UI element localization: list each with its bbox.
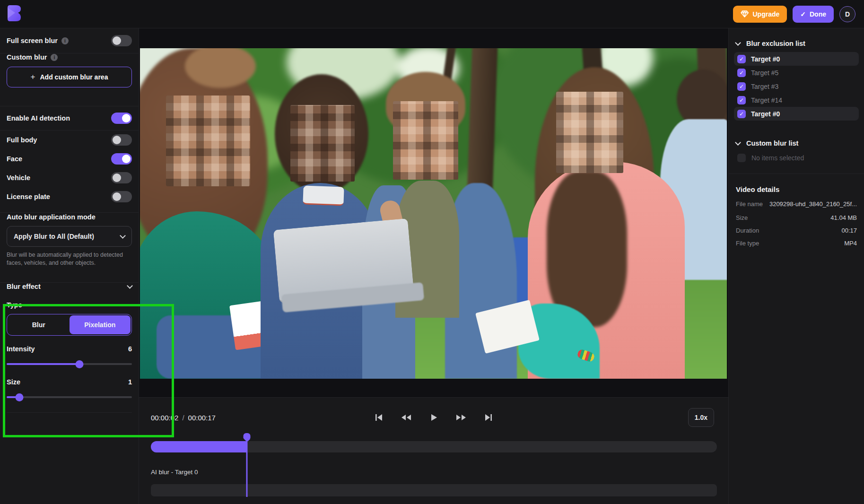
check-icon: ✓ [800,10,806,18]
intensity-label: Intensity [7,345,35,353]
skip-to-end-button[interactable] [483,412,494,423]
toggle-knob [113,174,121,182]
transport-controls [373,412,494,423]
blur-exclusion-list: ✓ Target #0 ✓ Target #5 ✓ Target #3 ✓ Ta… [729,52,864,121]
blur-type-label: Type [7,301,22,309]
intensity-slider[interactable] [7,360,132,368]
vehicle-label: Vehicle [7,174,30,182]
slider-track[interactable] [7,396,132,398]
face-row: Face [7,149,132,168]
auto-blur-mode-value: Apply Blur to All (Default) [14,233,94,240]
pixelated-face [556,92,623,173]
avatar[interactable]: D [839,6,855,22]
play-button[interactable] [428,412,439,423]
blur-type-option-blur[interactable]: Blur [8,315,70,334]
exclusion-item[interactable]: ✓ Target #14 [734,93,859,107]
full-screen-blur-label: Full screen blur [7,37,58,44]
exclusion-item[interactable]: ✓ Target #5 [734,66,859,79]
vehicle-toggle[interactable] [111,172,132,183]
detection-toggles-section: Full body Face Vehicle License plate [0,130,139,213]
detail-row: Size 41.04 MB [736,214,857,222]
video-preview[interactable] [140,48,727,379]
custom-blur-section: Custom blur i + Add custom blur area [0,53,139,106]
skip-to-start-button[interactable] [373,412,384,423]
ai-blur-track[interactable] [151,484,717,496]
play-icon [429,413,438,422]
video-stage [139,28,728,397]
add-custom-blur-area-label: Add custom blur area [40,73,108,81]
toggle-knob [113,36,121,45]
detail-value: 3209298-uhd_3840_2160_25f... [767,200,857,208]
playhead-handle[interactable] [244,433,251,439]
app-logo[interactable] [7,5,21,24]
enable-ai-detection-toggle[interactable] [111,113,132,124]
blur-exclusion-list-header[interactable]: Blur exclusion list [729,40,864,47]
size-slider[interactable] [7,393,132,401]
video-details-rows: File name 3209298-uhd_3840_2160_25f... S… [729,200,864,247]
toggle-knob [113,192,121,201]
full-body-row: Full body [7,130,132,149]
slider-fill [7,363,79,365]
top-bar: Upgrade ✓ Done D [0,0,864,28]
full-screen-blur-toggle[interactable] [111,35,132,46]
rewind-button[interactable] [401,412,412,423]
custom-blur-list-title: Custom blur list [746,139,798,147]
exclusion-item[interactable]: ✓ Target #3 [734,79,859,93]
checkbox-checked[interactable]: ✓ [737,55,746,63]
face-toggle[interactable] [111,153,132,165]
timeline-progress-bar[interactable] [151,441,717,452]
checkbox-checked[interactable]: ✓ [737,110,746,118]
exclusion-item[interactable]: ✓ Target #0 [734,52,859,66]
custom-blur-empty-row: No items selected [729,154,864,162]
speed-value: 1.0x [695,414,707,421]
auto-blur-mode-label: Auto blur application mode [7,213,96,221]
blur-effect-header-row[interactable]: Blur effect [7,283,132,290]
auto-blur-mode-select[interactable]: Apply Blur to All (Default) [7,226,132,247]
checkbox-disabled [737,154,746,162]
intensity-value: 6 [128,345,132,353]
playback-speed-button[interactable]: 1.0x [688,408,714,427]
logo-icon [7,5,21,22]
license-plate-toggle[interactable] [111,191,132,202]
done-button[interactable]: ✓ Done [793,6,834,23]
rewind-icon [401,413,412,422]
blur-type-option-pixelation[interactable]: Pixelation [70,315,131,334]
pixelated-face [290,105,355,182]
chevron-down-icon [735,139,741,146]
detail-row: Duration 00:17 [736,226,857,235]
toggle-knob [122,114,131,122]
main-area: 00:00:02 / 00:00:17 1.0x [139,28,728,504]
exclusion-item[interactable]: ✓ Target #0 [734,107,859,121]
playhead-tip [244,439,250,442]
fast-forward-button[interactable] [455,412,467,423]
add-custom-blur-area-button[interactable]: + Add custom blur area [7,67,132,87]
gem-icon [741,10,749,17]
checkbox-checked[interactable]: ✓ [737,69,746,77]
info-icon[interactable]: i [61,37,69,44]
skip-end-icon [483,413,494,422]
detail-label: File name [736,200,767,208]
slider-thumb[interactable] [15,393,23,401]
toggle-knob [122,155,131,163]
info-icon[interactable]: i [51,54,58,61]
track-label: AI blur - Target 0 [151,469,198,476]
slider-thumb[interactable] [75,360,83,368]
size-label: Size [7,378,20,386]
blur-type-segmented-control: Blur Pixelation [7,314,132,336]
blur-effect-section: Blur effect Type Blur Pixelation Intensi… [0,283,139,413]
checkbox-checked[interactable]: ✓ [737,96,746,104]
upgrade-label: Upgrade [752,10,779,18]
upgrade-button[interactable]: Upgrade [733,6,787,23]
playhead[interactable] [244,433,251,497]
checkbox-checked[interactable]: ✓ [737,82,746,91]
chevron-down-icon [120,233,126,239]
right-panel: Blur exclusion list ✓ Target #0 ✓ Target… [728,28,864,504]
full-body-label: Full body [7,136,37,144]
video-details-header: Video details [729,185,864,193]
custom-blur-list-header[interactable]: Custom blur list [729,139,864,147]
exclusion-item-label: Target #5 [751,69,778,77]
full-body-toggle[interactable] [111,134,132,146]
custom-blur-empty-text: No items selected [751,154,804,162]
shirt-collar [303,186,344,206]
timeline-section: 00:00:02 / 00:00:17 1.0x [139,397,728,504]
